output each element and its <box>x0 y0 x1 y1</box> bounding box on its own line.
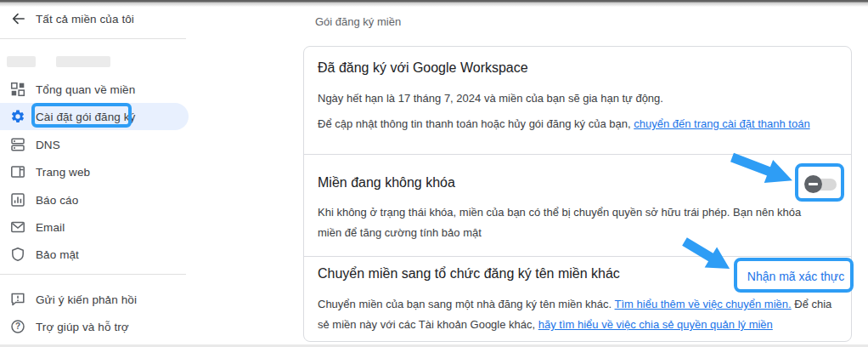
sidebar-item-website[interactable]: Trang web <box>0 158 189 185</box>
workspace-section-title: Đã đăng ký với Google Workspace <box>318 60 528 76</box>
sidebar-item-label: Email <box>36 221 65 234</box>
expiry-text: Ngày hết hạn là 17 tháng 7, 2024 và miền… <box>318 88 663 109</box>
lock-section-body: Khi không ở trạng thái khóa, miền của bạ… <box>318 202 817 243</box>
bar-chart-icon <box>10 192 25 208</box>
sidebar-item-subscription-settings[interactable]: Cài đặt gói đăng ký <box>0 103 189 130</box>
subscription-card: Đã đăng ký với Google Workspace Ngày hết… <box>303 46 852 342</box>
share-management-link[interactable]: hãy tìm hiểu về việc chia sẻ quyền quản … <box>538 318 773 331</box>
domain-lock-toggle-thumb[interactable] <box>804 175 822 193</box>
billing-text-prefix: Để cập nhật thông tin thanh toán hoặc hủ… <box>318 117 634 130</box>
transfer-section-title: Chuyển miền sang tổ chức đăng ký tên miề… <box>318 266 620 282</box>
card-divider <box>304 256 851 257</box>
back-arrow-icon <box>10 11 25 26</box>
sidebar-item-label: Báo cáo <box>36 194 78 207</box>
billing-settings-link[interactable]: chuyển đến trang cài đặt thanh toán <box>634 117 809 130</box>
sidebar-item-label: Tổng quan về miền <box>36 83 135 96</box>
sidebar-item-label: Trang web <box>36 166 90 179</box>
sidebar-item-email[interactable]: Email <box>0 213 189 241</box>
card-divider <box>304 154 851 155</box>
back-to-all-domains[interactable]: Tất cả miền của tôi <box>0 7 189 31</box>
get-auth-code-button[interactable]: Nhận mã xác thực <box>747 265 845 287</box>
transfer-learn-more-link[interactable]: Tìm hiểu thêm về việc chuyển miền. <box>615 298 792 310</box>
sidebar-item-label: Gửi ý kiến phản hồi <box>36 293 137 306</box>
domain-name-redacted <box>7 56 36 67</box>
back-label: Tất cả miền của tôi <box>36 13 134 26</box>
sidebar-item-domain-overview[interactable]: Tổng quan về miền <box>0 76 189 103</box>
feedback-icon <box>10 292 25 307</box>
sidebar-item-label: DNS <box>36 139 60 151</box>
envelope-icon <box>10 219 25 235</box>
minus-icon <box>809 183 818 185</box>
sidebar-item-reports[interactable]: Báo cáo <box>0 186 189 213</box>
sidebar-item-label: Bảo mật <box>36 248 79 261</box>
sidebar-item-help-support[interactable]: ? Trợ giúp và hỗ trợ <box>0 313 189 340</box>
sidebar-item-security[interactable]: Bảo mật <box>0 241 189 268</box>
sidebar-divider-top <box>0 38 186 39</box>
sidebar-item-label: Cài đặt gói đăng ký <box>36 111 135 123</box>
transfer-section-body: Chuyển miền của bạn sang một nhà đăng ký… <box>318 294 839 335</box>
sidebar-divider-bottom <box>0 274 186 275</box>
sidebar-item-label: Trợ giúp và hỗ trợ <box>36 321 129 333</box>
transfer-body-prefix: Chuyển miền của bạn sang một nhà đăng ký… <box>318 298 615 310</box>
lock-section-title: Miền đang không khóa <box>318 175 455 191</box>
sidebar-item-send-feedback[interactable]: Gửi ý kiến phản hồi <box>0 286 189 313</box>
help-icon: ? <box>10 319 25 334</box>
window-top-edge <box>0 0 868 7</box>
domain-name-redacted <box>56 56 110 67</box>
svg-text:?: ? <box>15 321 20 331</box>
billing-text: Để cập nhật thông tin thanh toán hoặc hủ… <box>318 114 810 134</box>
shield-icon <box>10 247 25 262</box>
dns-icon <box>10 137 25 152</box>
page-title: Gói đăng ký miền <box>315 15 401 28</box>
dashboard-icon <box>10 82 25 97</box>
browser-icon <box>10 164 25 179</box>
google-domains-subscription-page: Tất cả miền của tôi Tổng quan về miền Cà… <box>0 0 868 347</box>
gear-icon <box>10 109 25 124</box>
sidebar-item-dns[interactable]: DNS <box>0 131 189 158</box>
